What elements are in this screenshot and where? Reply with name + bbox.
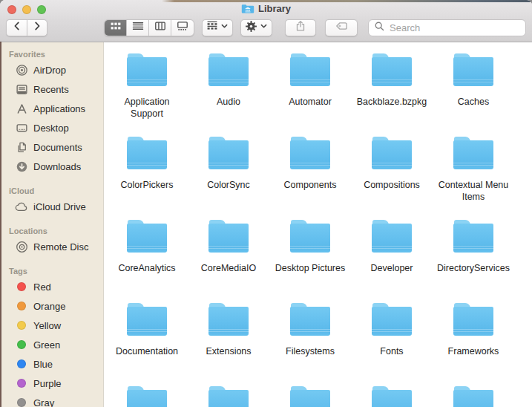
gallery-view-button[interactable] bbox=[171, 20, 194, 36]
folder-icon bbox=[453, 53, 493, 86]
folder-icon bbox=[372, 137, 412, 169]
sidebar-item-downloads[interactable]: Downloads bbox=[0, 157, 103, 176]
folder-item-colorpickers[interactable]: ColorPickers bbox=[106, 135, 188, 218]
folder-item-partial[interactable] bbox=[351, 385, 433, 407]
sidebar-item-orange[interactable]: Orange bbox=[0, 296, 103, 316]
icon-view-button[interactable] bbox=[105, 20, 127, 36]
folder-label: Components bbox=[284, 179, 337, 191]
folder-item-directoryservices[interactable]: DirectoryServices bbox=[433, 218, 514, 302]
folder-label: Extensions bbox=[206, 345, 251, 357]
sidebar-item-red[interactable]: Red bbox=[0, 277, 103, 296]
sidebar-item-icloud-drive[interactable]: iCloud Drive bbox=[0, 197, 103, 216]
folder-label: Developer bbox=[371, 262, 413, 274]
toolbar bbox=[6, 19, 526, 36]
sidebar-item-label: AirDrop bbox=[33, 65, 66, 76]
sidebar-section-header: iCloud bbox=[0, 185, 103, 197]
search-field[interactable] bbox=[368, 19, 526, 36]
sidebar-item-remote-disc[interactable]: Remote Disc bbox=[0, 237, 103, 256]
folder-item-documentation[interactable]: Documentation bbox=[106, 302, 188, 385]
folder-icon bbox=[208, 137, 249, 169]
forward-button[interactable] bbox=[27, 19, 47, 36]
sidebar-item-label: Green bbox=[33, 339, 60, 351]
folder-label: ColorSync bbox=[207, 179, 250, 191]
folder-item-partial[interactable] bbox=[106, 385, 188, 407]
folder-item-filesystems[interactable]: Filesystems bbox=[269, 302, 351, 385]
folder-label: Caches bbox=[458, 96, 489, 108]
folder-item-colorsync[interactable]: ColorSync bbox=[188, 135, 269, 218]
navigation-buttons bbox=[6, 19, 47, 36]
sidebar-section-icloud: iCloudiCloud Drive bbox=[0, 185, 103, 216]
folder-item-coreanalytics[interactable]: CoreAnalytics bbox=[106, 218, 188, 302]
folder-item-partial[interactable] bbox=[269, 385, 351, 407]
folder-label: Compositions bbox=[364, 179, 420, 191]
tag-dot bbox=[15, 338, 28, 351]
folder-item-fonts[interactable]: Fonts bbox=[351, 302, 433, 385]
folder-icon bbox=[453, 386, 493, 407]
sidebar-item-applications[interactable]: Applications bbox=[0, 99, 103, 118]
share-button[interactable] bbox=[285, 19, 316, 36]
group-icon bbox=[206, 20, 218, 35]
folder-icon bbox=[290, 220, 330, 253]
sidebar-item-label: Purple bbox=[33, 378, 62, 389]
share-icon bbox=[295, 20, 306, 35]
folder-icon bbox=[290, 53, 330, 86]
tag-dot bbox=[15, 357, 28, 371]
folder-item-components[interactable]: Components bbox=[269, 135, 351, 218]
desktop-icon bbox=[15, 121, 28, 134]
tag-dot bbox=[15, 280, 28, 293]
search-input[interactable] bbox=[388, 22, 520, 34]
icloud-icon bbox=[15, 200, 28, 213]
tag-dot bbox=[15, 377, 28, 390]
sidebar-item-desktop[interactable]: Desktop bbox=[0, 118, 103, 137]
chevron-down-icon bbox=[260, 20, 268, 35]
sidebar-item-documents[interactable]: Documents bbox=[0, 137, 103, 157]
view-mode-segmented-control bbox=[104, 19, 194, 36]
folder-item-developer[interactable]: Developer bbox=[351, 218, 433, 302]
folder-item-automator[interactable]: Automator bbox=[269, 52, 351, 135]
folder-icon bbox=[453, 303, 493, 336]
folder-label: CoreAnalytics bbox=[118, 262, 175, 274]
folder-item-application-support[interactable]: Application Support bbox=[106, 52, 188, 135]
sidebar-item-airdrop[interactable]: AirDrop bbox=[0, 60, 103, 79]
folder-item-partial[interactable] bbox=[188, 385, 269, 407]
folder-item-frameworks[interactable]: Frameworks bbox=[433, 302, 514, 385]
folder-item-contextual-menu-items[interactable]: Contextual Menu Items bbox=[433, 135, 514, 218]
column-view-button[interactable] bbox=[149, 20, 171, 36]
folder-item-coremediaio[interactable]: CoreMediaIO bbox=[188, 218, 269, 302]
sidebar: FavoritesAirDropRecentsApplicationsDeskt… bbox=[0, 42, 104, 407]
grid-icon bbox=[110, 20, 122, 35]
folder-item-partial[interactable] bbox=[433, 385, 514, 407]
sidebar-item-yellow[interactable]: Yellow bbox=[0, 316, 103, 335]
folder-item-caches[interactable]: Caches bbox=[433, 52, 514, 135]
tag-button[interactable] bbox=[325, 19, 358, 36]
sidebar-item-blue[interactable]: Blue bbox=[0, 354, 103, 374]
folder-item-audio[interactable]: Audio bbox=[188, 52, 269, 135]
sidebar-item-label: Recents bbox=[33, 84, 69, 95]
folder-icon bbox=[372, 303, 412, 336]
folder-item-compositions[interactable]: Compositions bbox=[351, 135, 433, 218]
back-button[interactable] bbox=[6, 19, 27, 36]
folder-item-desktop-pictures[interactable]: Desktop Pictures bbox=[269, 218, 351, 302]
chevron-right-icon bbox=[31, 20, 43, 35]
folder-label: Filesystems bbox=[286, 345, 335, 357]
sidebar-section-header: Favorites bbox=[0, 48, 103, 60]
folder-item-extensions[interactable]: Extensions bbox=[188, 302, 269, 385]
folder-icon bbox=[372, 53, 412, 86]
folder-label: ColorPickers bbox=[121, 179, 174, 191]
folder-label: Documentation bbox=[116, 345, 178, 357]
sidebar-item-gray[interactable]: Gray bbox=[0, 393, 103, 407]
folder-view: Application SupportAudioAutomatorBackbla… bbox=[105, 42, 532, 407]
finder-window: Library bbox=[0, 0, 532, 407]
list-view-button[interactable] bbox=[127, 20, 149, 36]
folder-label: Frameworks bbox=[448, 345, 499, 357]
folder-icon bbox=[127, 137, 167, 169]
sidebar-item-green[interactable]: Green bbox=[0, 335, 103, 354]
group-button[interactable] bbox=[202, 19, 233, 36]
sidebar-item-purple[interactable]: Purple bbox=[0, 374, 103, 393]
gallery-icon bbox=[177, 20, 188, 35]
folder-label: Backblaze.bzpkg bbox=[357, 96, 427, 108]
folder-item-backblaze-bzpkg[interactable]: Backblaze.bzpkg bbox=[351, 52, 433, 135]
action-button[interactable] bbox=[240, 19, 272, 36]
sidebar-item-label: Orange bbox=[33, 301, 65, 312]
sidebar-item-recents[interactable]: Recents bbox=[0, 79, 103, 99]
